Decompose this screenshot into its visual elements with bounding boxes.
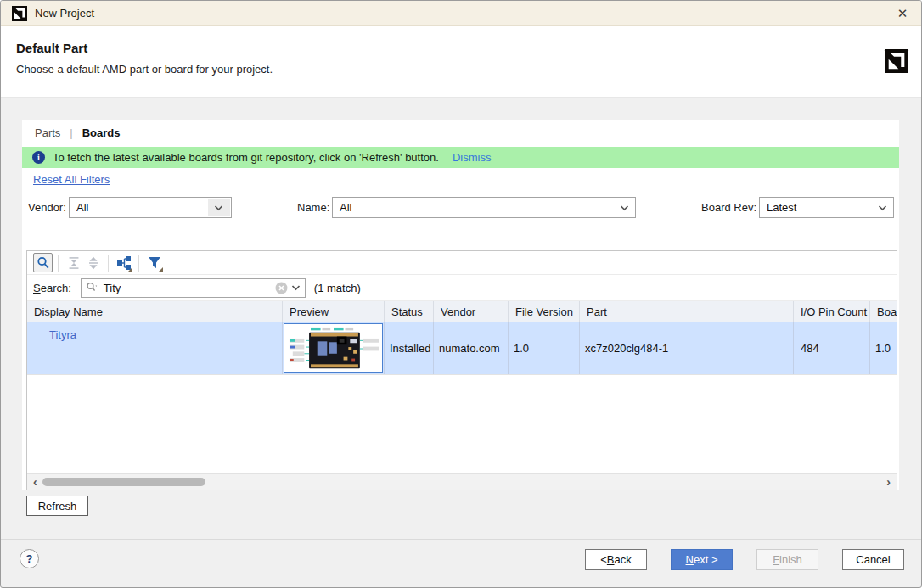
tab-divider [22, 143, 899, 143]
cell-io-pin-count: 484 [794, 322, 870, 374]
finish-button[interactable]: Finish [756, 549, 818, 570]
tab-boards[interactable]: Boards [82, 126, 121, 139]
column-header-part[interactable]: Part [580, 301, 794, 322]
dismiss-link[interactable]: Dismiss [453, 151, 492, 164]
column-header-io-pin-count[interactable]: I/O Pin Count [794, 301, 870, 322]
filter-row: Vendor: All Name: All Board Rev: Latest [22, 197, 899, 218]
scroll-right-icon[interactable]: › [886, 474, 891, 490]
tab-separator: | [70, 126, 72, 139]
table-header-row: Display Name Preview Status Vendor File … [27, 301, 897, 322]
page-subtitle: Choose a default AMD part or board for y… [16, 63, 273, 76]
column-header-display-name[interactable]: Display Name [27, 301, 283, 322]
column-header-vendor[interactable]: Vendor [434, 301, 509, 322]
toolbar-divider [138, 255, 139, 272]
window-title: New Project [35, 7, 94, 20]
vendor-label: Vendor: [28, 197, 66, 218]
content-panel: Parts | Boards i To fetch the latest ava… [22, 120, 899, 490]
banner-text: To fetch the latest available boards fro… [53, 151, 439, 164]
tab-parts[interactable]: Parts [35, 126, 60, 139]
back-button[interactable]: < Back [585, 549, 647, 570]
column-header-preview[interactable]: Preview [283, 301, 385, 322]
new-project-dialog: New Project ✕ Default Part Choose a defa… [0, 0, 922, 588]
cancel-button[interactable]: Cancel [842, 549, 904, 570]
search-glass-icon [86, 282, 99, 294]
cell-vendor: numato.com [434, 322, 509, 374]
vendor-select[interactable]: All [69, 197, 232, 218]
search-value: Tity [104, 282, 275, 294]
clear-search-icon[interactable] [275, 282, 288, 294]
board-rev-select[interactable]: Latest [759, 197, 894, 218]
page-title: Default Part [16, 41, 87, 55]
cell-part: xc7z020clg484-1 [580, 322, 794, 374]
search-history-chevron-icon[interactable] [291, 285, 301, 291]
amd-logo-icon [12, 6, 27, 21]
next-button[interactable]: Next > [671, 549, 733, 570]
collapse-all-icon[interactable] [64, 253, 83, 272]
help-button[interactable]: ? [20, 549, 39, 568]
titlebar: New Project ✕ [1, 1, 921, 26]
board-rev-value: Latest [767, 201, 796, 214]
board-rev-label: Board Rev: [701, 197, 756, 218]
table-empty-area [27, 375, 897, 473]
scroll-left-icon[interactable]: ‹ [33, 474, 37, 490]
vendor-value: All [76, 201, 88, 214]
preview-cell-frame [284, 323, 383, 373]
cell-display-name[interactable]: Tityra [27, 322, 283, 374]
refresh-button[interactable]: Refresh [26, 496, 88, 516]
expand-all-icon[interactable] [83, 253, 103, 272]
close-icon[interactable]: ✕ [893, 4, 912, 23]
toolbar-divider [58, 255, 59, 272]
chevron-down-icon [214, 205, 223, 211]
search-input[interactable]: Tity [81, 278, 306, 298]
info-banner: i To fetch the latest available boards f… [22, 147, 899, 168]
cell-preview[interactable] [283, 322, 385, 374]
group-by-icon[interactable] [114, 253, 133, 272]
column-header-board[interactable]: Boa [870, 301, 897, 322]
info-icon: i [32, 151, 45, 164]
footer-divider [1, 539, 921, 540]
search-icon[interactable] [33, 253, 53, 272]
chevron-down-icon [878, 205, 887, 211]
name-label: Name: [297, 197, 329, 218]
cell-status: Installed [385, 322, 434, 374]
list-toolbar [27, 251, 897, 275]
column-header-status[interactable]: Status [385, 301, 434, 322]
chevron-down-icon [620, 205, 629, 211]
column-header-file-version[interactable]: File Version [509, 301, 580, 322]
board-preview-image [286, 326, 381, 372]
match-count: (1 match) [314, 282, 361, 294]
amd-logo [884, 49, 909, 73]
board-list-container: Search: Tity (1 match) Display Name Prev… [26, 250, 897, 490]
tab-bar: Parts | Boards [35, 123, 121, 142]
cell-board: 1.0 [870, 322, 897, 374]
table-row[interactable]: Tityra [27, 322, 897, 375]
search-row: Search: Tity (1 match) [27, 275, 897, 301]
cell-file-version: 1.0 [509, 322, 580, 374]
toolbar-divider [108, 255, 109, 272]
name-select[interactable]: All [332, 197, 636, 218]
wizard-header: Default Part Choose a default AMD part o… [1, 26, 921, 98]
horizontal-scrollbar[interactable]: ‹ › [27, 473, 897, 490]
name-value: All [340, 201, 351, 214]
search-label: Search: [33, 282, 71, 294]
reset-all-filters-link[interactable]: Reset All Filters [33, 173, 110, 186]
scrollbar-thumb[interactable] [42, 478, 205, 486]
filter-icon[interactable] [144, 253, 164, 272]
